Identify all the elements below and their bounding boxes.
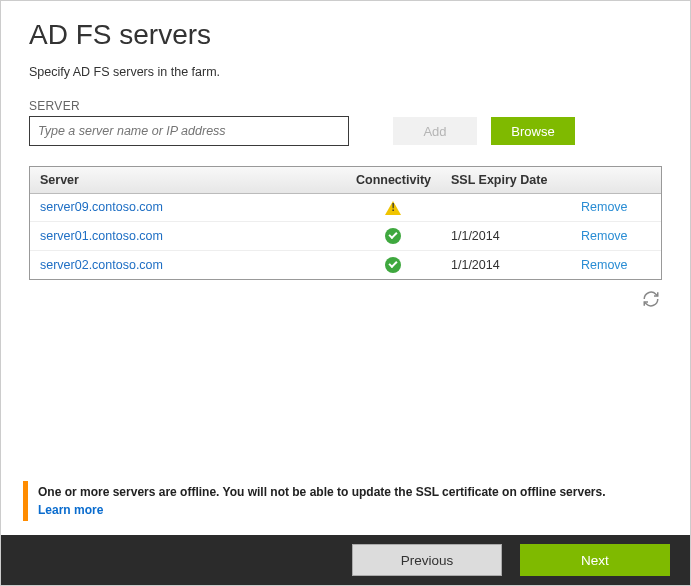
add-button: Add xyxy=(393,117,477,145)
check-icon xyxy=(385,228,401,244)
browse-button[interactable]: Browse xyxy=(491,117,575,145)
remove-link[interactable]: Remove xyxy=(581,258,628,272)
table-row: server02.contoso.com 1/1/2014 Remove xyxy=(30,250,661,279)
ssl-date: 1/1/2014 xyxy=(441,250,571,279)
table-row: server01.contoso.com 1/1/2014 Remove xyxy=(30,221,661,250)
learn-more-link[interactable]: Learn more xyxy=(38,503,103,517)
server-link[interactable]: server02.contoso.com xyxy=(40,258,163,272)
warning-icon xyxy=(385,201,401,215)
col-header-connectivity: Connectivity xyxy=(346,167,441,194)
server-link[interactable]: server09.contoso.com xyxy=(40,200,163,214)
col-header-server: Server xyxy=(30,167,346,194)
server-field-label: SERVER xyxy=(29,99,662,113)
previous-button[interactable]: Previous xyxy=(352,544,502,576)
col-header-action xyxy=(571,167,661,194)
table-row: server09.contoso.com Remove xyxy=(30,194,661,222)
remove-link[interactable]: Remove xyxy=(581,229,628,243)
refresh-icon[interactable] xyxy=(642,290,660,308)
ssl-date: 1/1/2014 xyxy=(441,221,571,250)
server-table: Server Connectivity SSL Expiry Date serv… xyxy=(29,166,662,280)
check-icon xyxy=(385,257,401,273)
server-input[interactable] xyxy=(29,116,349,146)
page-title: AD FS servers xyxy=(29,19,662,51)
page-subtitle: Specify AD FS servers in the farm. xyxy=(29,65,662,79)
next-button[interactable]: Next xyxy=(520,544,670,576)
server-link[interactable]: server01.contoso.com xyxy=(40,229,163,243)
ssl-date xyxy=(441,194,571,222)
wizard-footer: Previous Next xyxy=(1,535,690,585)
col-header-ssl: SSL Expiry Date xyxy=(441,167,571,194)
alert-text: One or more servers are offline. You wil… xyxy=(38,483,660,501)
warning-alert: One or more servers are offline. You wil… xyxy=(23,481,668,521)
remove-link[interactable]: Remove xyxy=(581,200,628,214)
